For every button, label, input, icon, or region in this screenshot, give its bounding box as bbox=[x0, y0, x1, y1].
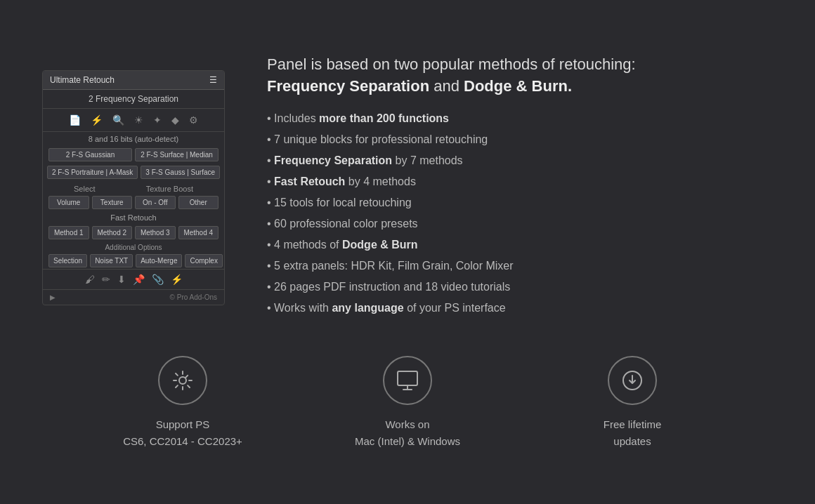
pencil-icon[interactable]: ✏ bbox=[102, 274, 110, 285]
panel-subtitle: 2 Frequency Separation bbox=[43, 90, 224, 109]
selection-btn[interactable]: Selection bbox=[48, 254, 87, 267]
works-on-line1: Works on bbox=[355, 416, 460, 433]
panel-icons-row: 📄 ⚡ 🔍 ☀ ✦ ◆ ⚙ bbox=[43, 109, 224, 132]
search-icon[interactable]: 🔍 bbox=[112, 114, 124, 126]
method4-btn[interactable]: Method 4 bbox=[178, 226, 219, 239]
free-lifetime-text: Free lifetime updates bbox=[604, 416, 662, 450]
feature-free-lifetime: Free lifetime updates bbox=[520, 356, 745, 450]
works-on-line2: Mac (Intel) & Windows bbox=[355, 433, 460, 450]
circuit-icon[interactable]: ⚡ bbox=[171, 274, 183, 285]
feature-item-3: Frequency Separation by 7 methods bbox=[267, 152, 773, 169]
panel-menu-icon[interactable]: ☰ bbox=[209, 75, 217, 85]
features-list: Includes more than 200 functions 7 uniqu… bbox=[267, 110, 773, 317]
fs-gaussian-btn[interactable]: 2 F-S Gaussian bbox=[48, 148, 132, 161]
heading-and: and bbox=[433, 77, 459, 95]
settings-icon[interactable]: ⚙ bbox=[189, 114, 198, 126]
free-lifetime-line2: updates bbox=[604, 433, 662, 450]
feature-bold-3: Frequency Separation bbox=[274, 154, 392, 166]
method3-btn[interactable]: Method 3 bbox=[135, 226, 176, 239]
feature-item-2: 7 unique blocks for professional retouch… bbox=[267, 131, 773, 148]
clip-icon[interactable]: 📎 bbox=[152, 274, 164, 285]
retouch-icon[interactable]: ✦ bbox=[153, 114, 162, 126]
pulse-icon[interactable]: ⚡ bbox=[91, 114, 103, 126]
feature-item-10: Works with any language of your PS inter… bbox=[267, 300, 773, 317]
feature-bold-10: any language bbox=[332, 302, 403, 314]
automerge-btn[interactable]: Auto-Merge bbox=[136, 254, 182, 267]
fast-retouch-btns-row: Method 1 Method 2 Method 3 Method 4 bbox=[43, 225, 224, 241]
download-arrow-icon bbox=[620, 369, 644, 392]
texture-boost-label: Texture Boost bbox=[146, 185, 193, 193]
free-lifetime-line1: Free lifetime bbox=[604, 416, 662, 433]
panel-mockup: Ultimate Retouch ☰ 2 Frequency Separatio… bbox=[42, 70, 225, 305]
complex-btn[interactable]: Complex bbox=[185, 254, 222, 267]
feature-support-ps: Support PS CS6, CC2014 - CC2023+ bbox=[70, 356, 295, 450]
fs-buttons-row1: 2 F-S Gaussian 2 F-S Surface | Median bbox=[43, 146, 224, 164]
support-ps-line1: Support PS bbox=[123, 416, 242, 433]
document-icon[interactable]: 📄 bbox=[69, 114, 81, 126]
feature-item-5: 15 tools for local retouching bbox=[267, 194, 773, 211]
fs-surface-btn[interactable]: 2 F-S Surface | Median bbox=[135, 148, 219, 161]
main-heading: Panel is based on two popular methods of… bbox=[267, 54, 773, 98]
support-ps-icon-circle bbox=[158, 356, 207, 405]
method1-btn[interactable]: Method 1 bbox=[48, 226, 89, 239]
select-texture-labels: Select Texture Boost bbox=[43, 181, 224, 194]
works-on-icon-circle bbox=[383, 356, 432, 405]
play-icon[interactable]: ▶ bbox=[50, 293, 56, 301]
heading-db: Dodge & Burn. bbox=[464, 77, 572, 95]
sun-icon[interactable]: ☀ bbox=[134, 114, 143, 126]
monitor-icon bbox=[396, 369, 419, 392]
bottom-features: Support PS CS6, CC2014 - CC2023+ Works o… bbox=[0, 335, 815, 478]
feature-item-6: 60 professional color presets bbox=[267, 215, 773, 232]
select-btns-row: Volume Texture On - Off Other bbox=[43, 194, 224, 211]
gear-icon bbox=[171, 369, 195, 392]
additional-options-label: Additional Options bbox=[43, 241, 224, 253]
on-off-btn[interactable]: On - Off bbox=[135, 196, 176, 209]
panel-footer: ▶ © Pro Add-Ons bbox=[43, 289, 224, 305]
noise-btn[interactable]: Noise TXT bbox=[90, 254, 133, 267]
auto-detect-label: 8 and 16 bits (auto-detect) bbox=[43, 132, 224, 146]
feature-item-7: 4 methods of Dodge & Burn bbox=[267, 237, 773, 253]
text-content: Panel is based on two popular methods of… bbox=[253, 54, 773, 321]
fs-buttons-row2: 2 F-S Portraiture | A-Mask 3 F-S Gauss |… bbox=[43, 164, 224, 181]
other-btn[interactable]: Other bbox=[178, 196, 219, 209]
fs-gauss-btn[interactable]: 3 F-S Gauss | Surface bbox=[141, 166, 220, 179]
feature-item-4: Fast Retouch by 4 methods bbox=[267, 173, 773, 190]
svg-point-0 bbox=[179, 377, 186, 384]
pin-icon[interactable]: 📌 bbox=[133, 274, 145, 285]
feature-works-on: Works on Mac (Intel) & Windows bbox=[295, 356, 520, 450]
volume-btn[interactable]: Volume bbox=[48, 196, 89, 209]
feature-item-9: 26 pages PDF instruction and 18 video tu… bbox=[267, 279, 773, 296]
heading-intro: Panel is based on two popular methods of… bbox=[267, 55, 636, 73]
panel-header: Ultimate Retouch ☰ bbox=[43, 71, 224, 90]
panel-title: Ultimate Retouch bbox=[50, 75, 115, 85]
texture-btn[interactable]: Texture bbox=[92, 196, 133, 209]
feature-item-1: Includes more than 200 functions bbox=[267, 110, 773, 127]
download2-icon[interactable]: ⬇ bbox=[117, 274, 126, 285]
svg-rect-1 bbox=[398, 371, 417, 385]
select-label: Select bbox=[74, 185, 96, 193]
works-on-text: Works on Mac (Intel) & Windows bbox=[355, 416, 460, 450]
additional-btns-row: Selection Noise TXT Auto-Merge Complex bbox=[43, 253, 224, 269]
fast-retouch-label: Fast Retouch bbox=[43, 211, 224, 225]
feature-bold-7: Dodge & Burn bbox=[342, 239, 418, 251]
footer-copy: © Pro Add-Ons bbox=[170, 293, 217, 301]
free-lifetime-icon-circle bbox=[608, 356, 657, 405]
fs-portraiture-btn[interactable]: 2 F-S Portraiture | A-Mask bbox=[47, 166, 138, 179]
support-ps-text: Support PS CS6, CC2014 - CC2023+ bbox=[123, 416, 242, 450]
method2-btn[interactable]: Method 2 bbox=[92, 226, 133, 239]
panel-bottom-icons: 🖌 ✏ ⬇ 📌 📎 ⚡ bbox=[43, 269, 224, 289]
diamond-icon[interactable]: ◆ bbox=[171, 114, 179, 126]
support-ps-line2: CS6, CC2014 - CC2023+ bbox=[123, 433, 242, 450]
feature-item-8: 5 extra panels: HDR Kit, Film Grain, Col… bbox=[267, 258, 773, 274]
main-content: Ultimate Retouch ☰ 2 Frequency Separatio… bbox=[0, 26, 815, 335]
brush-icon[interactable]: 🖌 bbox=[85, 274, 95, 285]
feature-bold-4: Fast Retouch bbox=[274, 175, 345, 187]
feature-bold-1: more than 200 functions bbox=[319, 112, 449, 124]
heading-fs: Frequency Separation bbox=[267, 77, 429, 95]
